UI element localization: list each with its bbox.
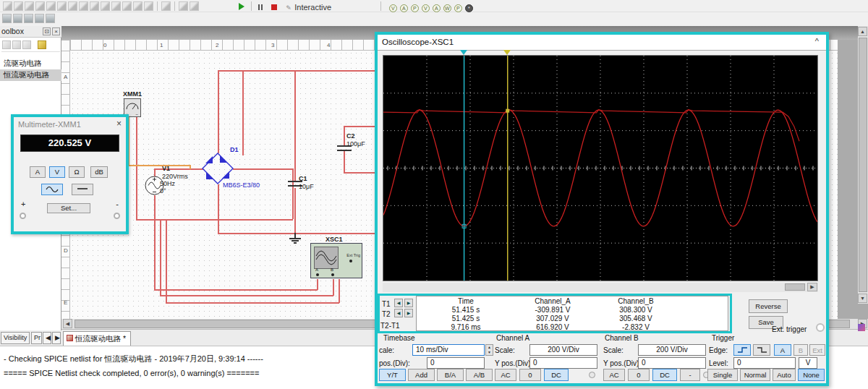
cursor-1-marker[interactable] (460, 50, 467, 55)
collapse-icon[interactable]: ^ (815, 37, 819, 46)
run-button[interactable] (239, 0, 244, 13)
trigger-level-input[interactable]: 0 (733, 357, 796, 369)
component-icon-1[interactable] (3, 1, 12, 11)
component-icon-12[interactable] (122, 1, 132, 11)
ba-mode-button[interactable]: B/A (437, 369, 464, 381)
component-icon-4[interactable] (35, 1, 45, 11)
channel-a-ac-button[interactable]: AC (495, 369, 516, 381)
ampere-mode-button[interactable]: A (30, 166, 46, 178)
tab-project[interactable]: Pr (31, 332, 42, 344)
volt-mode-button[interactable]: V (49, 166, 65, 178)
minus-terminal[interactable] (114, 213, 120, 219)
trigger-level-unit-select[interactable]: V (799, 357, 817, 369)
scroll-up-icon[interactable]: ▲ (858, 27, 867, 36)
set-button[interactable]: Set... (47, 203, 90, 213)
analysis-icon-1[interactable] (13, 14, 22, 23)
interactive-dropdown[interactable]: Interactive (294, 3, 331, 12)
rising-edge-button[interactable] (733, 344, 751, 356)
channel-a-zero-button[interactable]: 0 (519, 369, 541, 381)
ohm-mode-button[interactable]: Ω (69, 166, 85, 178)
probe-phase-icon[interactable]: P (454, 4, 462, 12)
channel-a-dc-button[interactable]: DC (544, 369, 569, 381)
timebase-scale-input[interactable]: 10 ms/Div (412, 344, 485, 356)
sheet-tab[interactable]: 恒流驱动电路 * (63, 331, 131, 346)
probe-settings-gear-icon[interactable]: * (465, 4, 473, 12)
trigger-ext-button[interactable]: Ext (809, 344, 825, 356)
tab-scroll-left-icon[interactable]: ◀ (43, 332, 51, 344)
scope-scroll-thumb[interactable] (785, 283, 805, 291)
channel-a-ypos-input[interactable]: 0 (529, 357, 597, 369)
delete-icon[interactable] (161, 1, 171, 11)
trigger-a-button[interactable]: A (774, 344, 791, 356)
channel-b-zero-button[interactable]: 0 (628, 369, 650, 381)
t2-left-arrow[interactable]: ◀ (394, 309, 403, 317)
component-icon-8[interactable] (79, 1, 88, 11)
probe-current-ref-icon[interactable]: A (433, 4, 441, 12)
ext-trigger-terminal[interactable] (816, 323, 825, 332)
probe-voltage-icon[interactable]: V (389, 4, 397, 12)
pin-icon[interactable]: ⊡ (43, 27, 51, 35)
plus-terminal[interactable] (20, 213, 26, 219)
save-icon[interactable] (22, 40, 31, 49)
component-icon-7[interactable] (68, 1, 77, 11)
component-icon-14[interactable] (144, 1, 153, 11)
scroll-left-icon[interactable]: ◀ (63, 319, 72, 328)
tree-item-circuit-1[interactable]: 流驱动电路 (0, 58, 61, 69)
component-icon-3[interactable] (25, 1, 34, 11)
add-mode-button[interactable]: Add (408, 369, 435, 381)
timebase-xpos-input[interactable]: 0 (427, 357, 485, 369)
tab-scroll-right-icon[interactable]: ▶ (52, 332, 61, 344)
channel-b-ypos-input[interactable]: 0 (638, 357, 706, 369)
component-icon-11[interactable] (111, 1, 121, 11)
tab-visibility[interactable]: Visibility (1, 332, 30, 344)
yt-mode-button[interactable]: Y/T (379, 369, 406, 381)
v-scroll-thumb[interactable] (859, 38, 867, 292)
oscilloscope-screen[interactable] (383, 55, 818, 281)
trigger-b-button[interactable]: B (793, 344, 808, 356)
new-doc-icon[interactable] (2, 40, 11, 49)
probe-current-icon[interactable]: A (400, 4, 408, 12)
probe-voltage-ref-icon[interactable]: V (422, 4, 430, 12)
probe-wattmeter-icon[interactable]: W (443, 4, 451, 12)
database-icon[interactable] (38, 40, 46, 49)
analysis-icon-3[interactable] (35, 14, 44, 23)
probe-power-icon[interactable]: P (411, 4, 419, 12)
trigger-single-button[interactable]: Single (707, 369, 738, 381)
close-icon[interactable]: × (52, 27, 60, 35)
channel-a-terminal-radio[interactable] (589, 372, 595, 378)
wire-icon[interactable] (179, 1, 188, 11)
channel-a-scale-input[interactable]: 200 V/Div (529, 344, 597, 356)
tree-item-circuit-2[interactable]: 恒流驱动电路 (0, 69, 61, 81)
analysis-icon-4[interactable] (46, 14, 55, 23)
component-icon-6[interactable] (57, 1, 67, 11)
channel-b-ac-button[interactable]: AC (603, 369, 625, 381)
reverse-button[interactable]: Reverse (749, 299, 788, 313)
scope-scrollbar[interactable]: ▶ (383, 283, 818, 292)
ac-mode-button[interactable] (41, 184, 63, 195)
trigger-normal-button[interactable]: Normal (740, 369, 770, 381)
trigger-auto-button[interactable]: Auto (773, 369, 796, 381)
ab-mode-button[interactable]: A/B (466, 369, 493, 381)
scroll-down-icon[interactable]: ▼ (858, 294, 867, 303)
t1-right-arrow[interactable]: ▶ (404, 299, 413, 307)
component-icon-10[interactable] (101, 1, 110, 11)
db-mode-button[interactable]: dB (90, 166, 108, 178)
oscilloscope-window[interactable]: Oscilloscope-XSC1 ^ ▶ T1 ◀ ▶ T2 ◀ ▶ T2-T… (375, 32, 829, 386)
multimeter-window[interactable]: Multimeter-XMM1 × 220.525 V A V Ω dB + -… (11, 114, 129, 234)
scope-scroll-right-icon[interactable]: ▶ (807, 283, 817, 291)
component-icon-13[interactable] (133, 1, 142, 11)
component-icon-2[interactable] (14, 1, 23, 11)
open-folder-icon[interactable] (12, 40, 21, 49)
t1-left-arrow[interactable]: ◀ (394, 299, 403, 307)
channel-b-scale-input[interactable]: 200 V/Div (638, 344, 706, 356)
edge-app-icon[interactable] (858, 324, 865, 331)
close-icon[interactable]: × (116, 119, 122, 129)
vertical-scrollbar[interactable]: ▲ ▼ (858, 26, 868, 304)
junction-icon[interactable] (190, 1, 199, 11)
t2-right-arrow[interactable]: ▶ (404, 309, 413, 317)
falling-edge-button[interactable] (753, 344, 770, 356)
channel-b-invert-button[interactable]: - (680, 369, 700, 381)
timebase-spinner[interactable]: ▲▼ (485, 344, 493, 356)
dc-mode-button[interactable] (72, 184, 93, 195)
trigger-none-button[interactable]: None (798, 369, 825, 381)
